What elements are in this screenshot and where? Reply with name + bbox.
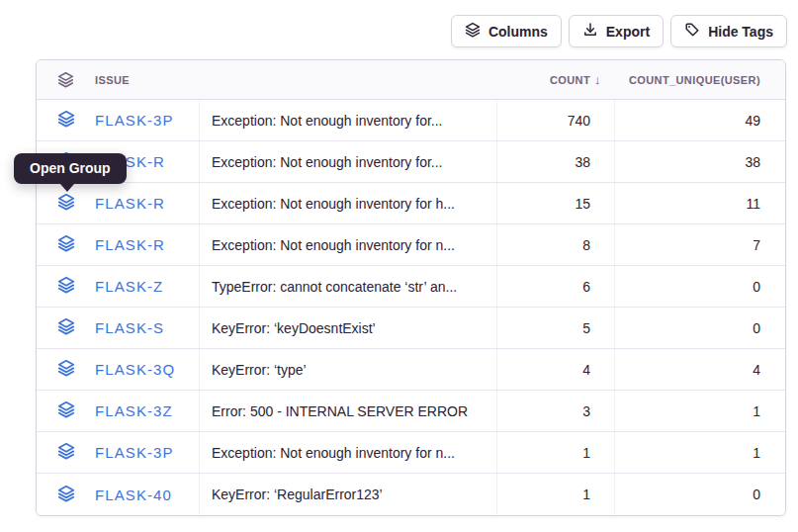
- count-value: 5: [495, 320, 590, 336]
- tooltip-arrow: [60, 184, 74, 192]
- results-table: ISSUE COUNT ↓ COUNT_UNIQUE(USER) FLASK-3…: [36, 59, 786, 516]
- issue-summary: KeyError: ‘RegularError123’: [212, 487, 495, 502]
- open-group-button[interactable]: [37, 485, 95, 505]
- table-row[interactable]: FLASK-3P Exception: Not enough inventory…: [37, 100, 785, 141]
- header-stack-icon: [37, 71, 95, 88]
- open-group-button[interactable]: [37, 400, 95, 421]
- header-count[interactable]: COUNT ↓: [495, 74, 590, 86]
- table-header-row: ISSUE COUNT ↓ COUNT_UNIQUE(USER): [37, 60, 785, 100]
- header-issue[interactable]: ISSUE: [95, 74, 212, 86]
- issue-summary: KeyError: ‘keyDoesntExist’: [212, 320, 495, 336]
- issue-summary: Error: 500 - INTERNAL SERVER ERROR: [212, 403, 495, 419]
- count-value: 1: [495, 487, 590, 502]
- count-unique-value: 4: [590, 362, 760, 378]
- count-value: 15: [495, 196, 590, 212]
- count-unique-value: 7: [590, 237, 760, 253]
- table-row[interactable]: FLASK-Z TypeError: cannot concatenate ‘s…: [37, 266, 785, 308]
- issue-link[interactable]: FLASK-3Z: [95, 402, 212, 419]
- export-button-label: Export: [606, 24, 650, 40]
- count-value: 8: [495, 237, 590, 253]
- table-row[interactable]: FLASK-3Z Error: 500 - INTERNAL SERVER ER…: [37, 391, 785, 432]
- issue-link[interactable]: FLASK-40: [95, 487, 212, 503]
- count-unique-value: 0: [590, 320, 760, 336]
- issue-link[interactable]: FLASK-3P: [95, 444, 212, 461]
- count-unique-value: 49: [590, 113, 760, 129]
- export-button[interactable]: Export: [569, 15, 664, 47]
- stack-icon: [465, 22, 481, 41]
- table-row[interactable]: FLASK-R Exception: Not enough inventory …: [37, 224, 785, 266]
- count-value: 740: [495, 113, 590, 129]
- tooltip-label: Open Group: [30, 160, 111, 176]
- issue-link[interactable]: FLASK-3Q: [95, 361, 212, 378]
- stack-icon: [57, 359, 75, 380]
- count-value: 3: [495, 403, 590, 419]
- toolbar: Columns Export Hide Tags: [451, 15, 787, 47]
- stack-icon: [57, 276, 75, 297]
- count-value: 1: [495, 445, 590, 461]
- stack-icon: [57, 400, 75, 421]
- stack-icon: [57, 110, 75, 131]
- stack-icon: [57, 485, 75, 505]
- issue-summary: Exception: Not enough inventory for h...: [212, 196, 495, 212]
- open-group-button[interactable]: [37, 276, 95, 297]
- open-group-button[interactable]: [37, 359, 95, 380]
- hide-tags-button[interactable]: Hide Tags: [670, 15, 787, 47]
- issue-link[interactable]: FLASK-Z: [95, 278, 212, 295]
- issue-summary: Exception: Not enough inventory for n...: [212, 237, 495, 253]
- columns-button[interactable]: Columns: [451, 15, 562, 47]
- table-row[interactable]: FLASK-3P Exception: Not enough inventory…: [37, 432, 785, 474]
- issue-summary: Exception: Not enough inventory for...: [212, 113, 495, 129]
- table-row[interactable]: FLASK-40 KeyError: ‘RegularError123’ 1 0: [37, 474, 785, 515]
- issue-link[interactable]: FLASK-R: [95, 236, 212, 253]
- issue-link[interactable]: FLASK-R: [95, 195, 212, 212]
- count-unique-value: 11: [590, 196, 760, 212]
- issue-link[interactable]: FLASK-S: [95, 319, 212, 336]
- open-group-button[interactable]: [37, 317, 95, 338]
- header-count-unique[interactable]: COUNT_UNIQUE(USER): [590, 74, 760, 86]
- issue-summary: TypeError: cannot concatenate ‘str’ an..…: [212, 279, 495, 295]
- discover-results-screen: Columns Export Hide Tags: [0, 0, 798, 532]
- stack-icon: [57, 193, 75, 214]
- download-icon: [582, 22, 598, 41]
- tag-icon: [684, 22, 700, 41]
- sort-desc-arrow-icon: ↓: [594, 71, 601, 86]
- count-unique-value: 0: [590, 487, 760, 502]
- count-value: 38: [495, 154, 590, 170]
- open-group-button[interactable]: [37, 234, 95, 255]
- count-unique-value: 1: [590, 403, 760, 419]
- count-unique-value: 0: [590, 279, 760, 295]
- stack-icon: [57, 317, 75, 338]
- table-body: FLASK-3P Exception: Not enough inventory…: [37, 100, 785, 515]
- open-group-button[interactable]: [37, 193, 95, 214]
- table-row[interactable]: FLASK-R Exception: Not enough inventory …: [37, 141, 785, 183]
- table-row[interactable]: FLASK-3Q KeyError: ‘type’ 4 4: [37, 349, 785, 391]
- open-group-button[interactable]: [37, 442, 95, 463]
- table-row[interactable]: FLASK-R Exception: Not enough inventory …: [37, 183, 785, 224]
- count-value: 6: [495, 279, 590, 295]
- stack-icon: [57, 442, 75, 463]
- issue-summary: Exception: Not enough inventory for...: [212, 154, 495, 170]
- open-group-button[interactable]: [37, 110, 95, 131]
- count-unique-value: 1: [590, 445, 760, 461]
- open-group-tooltip: Open Group: [14, 153, 127, 184]
- count-unique-value: 38: [590, 154, 760, 170]
- header-count-label: COUNT: [550, 74, 590, 86]
- table-row[interactable]: FLASK-S KeyError: ‘keyDoesntExist’ 5 0: [37, 308, 785, 349]
- columns-button-label: Columns: [488, 24, 548, 40]
- issue-link[interactable]: FLASK-3P: [95, 112, 212, 129]
- stack-icon: [57, 234, 75, 255]
- count-value: 4: [495, 362, 590, 378]
- issue-summary: Exception: Not enough inventory for n...: [212, 445, 495, 461]
- issue-summary: KeyError: ‘type’: [212, 362, 495, 378]
- hide-tags-button-label: Hide Tags: [708, 24, 773, 40]
